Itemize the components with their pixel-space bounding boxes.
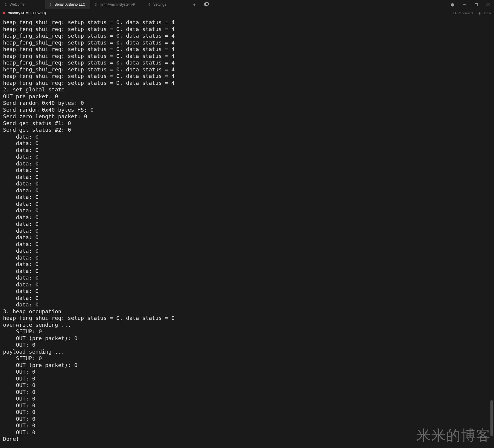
maximize-icon — [475, 3, 478, 6]
minimize-icon — [462, 3, 466, 6]
titlebar: 1 Welcome 2 Serial: Arduino LLC 3 mimi@m… — [0, 0, 494, 9]
plus-icon: + — [193, 2, 195, 7]
tab-settings[interactable]: 4 Settings — [144, 0, 189, 9]
tab-num: 3 — [95, 3, 97, 6]
reconnect-icon — [453, 11, 456, 15]
tab-title: Settings — [153, 2, 166, 7]
tab-num: 4 — [149, 3, 150, 6]
maximize-button[interactable] — [470, 0, 482, 9]
tab-strip: 1 Welcome 2 Serial: Arduino LLC 3 mimi@m… — [0, 0, 446, 9]
reconnect-label: Reconnect — [458, 11, 473, 15]
settings-button[interactable] — [446, 0, 458, 9]
svg-rect-1 — [205, 3, 208, 5]
tab-title: Welcome — [10, 2, 25, 7]
tab-serial[interactable]: 2 Serial: Arduino LLC — [45, 0, 90, 9]
gear-icon — [450, 2, 455, 7]
window-controls — [446, 0, 494, 9]
tab-num: 2 — [50, 3, 51, 6]
terminal-output[interactable]: heap_feng_shui_req: setup status = 0, da… — [0, 17, 494, 448]
scrollbar-track[interactable] — [490, 17, 493, 448]
scrollbar-thumb[interactable] — [490, 400, 493, 436]
tab-overview-button[interactable] — [201, 0, 212, 9]
port-label: /dev/ttyACM0 (115200) — [8, 11, 46, 15]
minimize-button[interactable] — [458, 0, 470, 9]
unpin-button[interactable]: Unpin — [478, 11, 491, 15]
close-button[interactable] — [482, 0, 494, 9]
connection-status-dot — [3, 12, 5, 14]
reconnect-button[interactable]: Reconnect — [453, 11, 473, 15]
close-icon — [486, 3, 490, 6]
window-overview-icon — [204, 2, 209, 7]
new-tab-button[interactable]: + — [189, 0, 201, 9]
tab-terminal-session[interactable]: 3 mimi@mimi-System-P… — [90, 0, 144, 9]
svg-rect-3 — [475, 3, 477, 6]
connection-bar: /dev/ttyACM0 (115200) Reconnect Unpin — [0, 9, 494, 17]
unpin-label: Unpin — [482, 11, 491, 15]
tab-num: 1 — [5, 3, 7, 6]
tab-title: Serial: Arduino LLC — [54, 2, 85, 7]
tab-welcome[interactable]: 1 Welcome — [0, 0, 45, 9]
tab-title: mimi@mimi-System-P… — [100, 2, 139, 7]
pin-icon — [478, 11, 481, 15]
